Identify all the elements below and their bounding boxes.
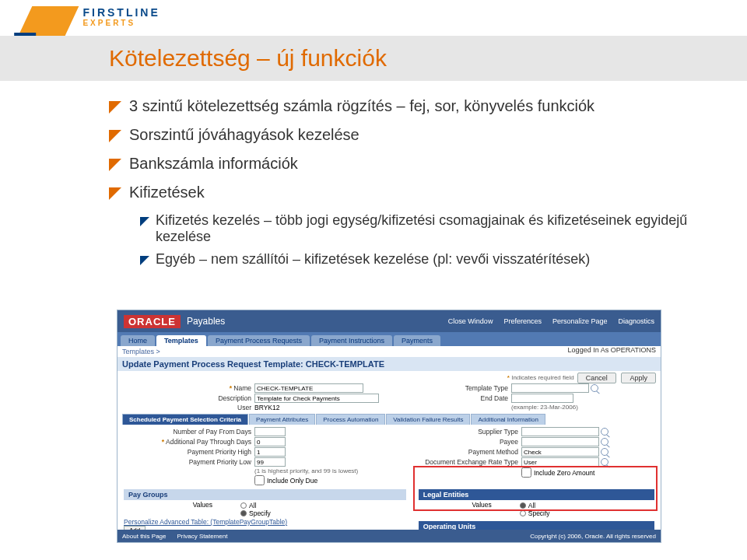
label-priority-high: Payment Priority High bbox=[122, 448, 254, 456]
input-description[interactable] bbox=[254, 394, 379, 403]
input-payee[interactable] bbox=[521, 437, 599, 446]
search-icon[interactable] bbox=[601, 458, 608, 466]
search-icon[interactable] bbox=[601, 448, 608, 456]
search-icon[interactable] bbox=[601, 438, 608, 446]
bullet-text: Bankszámla információk bbox=[129, 155, 298, 173]
logo-subtext: EXPERTS bbox=[82, 19, 160, 27]
page-title: Kötelezettség – új funkciók bbox=[109, 36, 724, 81]
bullet-text: 3 szintű kötelezettség számla rögzítés –… bbox=[129, 97, 594, 115]
input-payment-method[interactable] bbox=[521, 447, 599, 457]
label-description: Description bbox=[122, 394, 254, 402]
subtab-validation-failure[interactable]: Validation Failure Results bbox=[386, 414, 470, 425]
subtab-payment-attributes[interactable]: Payment Attributes bbox=[249, 414, 315, 425]
label-end-date: End Date bbox=[379, 394, 511, 402]
embedded-oracle-screenshot: ORACLE Payables Close Window Preferences… bbox=[117, 310, 661, 543]
bullet-icon bbox=[109, 101, 121, 114]
footer-about[interactable]: About this Page bbox=[122, 533, 166, 540]
radio-specify[interactable] bbox=[520, 542, 526, 543]
radio-all[interactable] bbox=[240, 502, 247, 509]
label-include-only-due: Include Only Due bbox=[267, 477, 317, 485]
radio-specify[interactable] bbox=[520, 510, 526, 516]
sub-bullet-text: Egyéb – nem szállítói – kifizetések keze… bbox=[156, 251, 590, 268]
tab-payment-instructions[interactable]: Payment Instructions bbox=[311, 335, 392, 346]
search-icon[interactable] bbox=[591, 384, 598, 392]
label-pay-from-days: Number of Pay From Days bbox=[122, 428, 254, 436]
oracle-module: Payables bbox=[187, 316, 225, 327]
bullet-icon bbox=[109, 187, 121, 200]
subtab-selection-criteria[interactable]: Scheduled Payment Selection Criteria bbox=[122, 414, 248, 425]
oracle-header-bar: ORACLE Payables Close Window Preferences… bbox=[117, 310, 661, 332]
label-template-type: Template Type bbox=[379, 384, 511, 392]
input-name[interactable] bbox=[254, 383, 363, 393]
label-user: User bbox=[122, 404, 254, 411]
label-pay-through-days: Additional Pay Through Days bbox=[166, 438, 251, 446]
label-include-zero: Include Zero Amount bbox=[534, 469, 594, 477]
search-icon[interactable] bbox=[601, 428, 608, 436]
label-values: Values bbox=[419, 501, 496, 518]
input-priority-high[interactable] bbox=[254, 447, 286, 457]
link-close-window[interactable]: Close Window bbox=[448, 317, 493, 325]
oracle-logo: ORACLE bbox=[124, 315, 181, 328]
radio-all-label: All bbox=[249, 502, 256, 509]
input-priority-low[interactable] bbox=[254, 457, 286, 467]
logo-text-line1: FIRST bbox=[82, 6, 125, 19]
input-pay-through-days[interactable] bbox=[254, 437, 286, 446]
page-heading: Update Payment Process Request Template:… bbox=[117, 357, 661, 371]
tab-payment-process-requests[interactable]: Payment Process Requests bbox=[208, 335, 310, 346]
radio-all[interactable] bbox=[520, 502, 526, 509]
subtab-process-automation[interactable]: Process Automation bbox=[316, 414, 385, 425]
sub-bullet-icon bbox=[140, 256, 149, 265]
tab-templates[interactable]: Templates bbox=[156, 335, 206, 346]
oracle-footer: About this Page Privacy Statement Copyri… bbox=[117, 530, 661, 542]
logo-text-line2: LINE bbox=[126, 6, 160, 19]
checkbox-include-only-due[interactable] bbox=[254, 475, 265, 485]
sub-bullet-text: Kifizetés kezelés – több jogi egység/kif… bbox=[156, 212, 716, 245]
input-end-date[interactable] bbox=[511, 394, 573, 403]
oracle-main-tabs: Home Templates Payment Process Requests … bbox=[117, 332, 661, 346]
body-content: 3 szintű kötelezettség számla rögzítés –… bbox=[109, 97, 716, 274]
footer-copyright: Copyright (c) 2006, Oracle. All rights r… bbox=[530, 533, 656, 540]
example-date: (example: 23-Mar-2006) bbox=[511, 404, 578, 411]
tab-payments[interactable]: Payments bbox=[394, 335, 440, 346]
subtab-additional-info[interactable]: Additional Information bbox=[471, 414, 545, 425]
section-pay-groups: Pay Groups bbox=[124, 489, 406, 500]
bullet-text: Kifizetések bbox=[129, 184, 205, 201]
radio-specify-label: Specify bbox=[528, 509, 550, 517]
oracle-sub-tabs: Scheduled Payment Selection Criteria Pay… bbox=[122, 414, 656, 425]
link-diagnostics[interactable]: Diagnostics bbox=[618, 317, 654, 325]
footer-privacy[interactable]: Privacy Statement bbox=[177, 533, 227, 540]
input-pay-from-days[interactable] bbox=[254, 427, 286, 436]
bullet-text: Sorszintű jóváhagyások kezelése bbox=[129, 126, 359, 144]
input-der-type[interactable] bbox=[521, 457, 599, 467]
label-payee: Payee bbox=[389, 438, 521, 446]
priority-note: (1 is highest priority, and 99 is lowest… bbox=[254, 467, 358, 474]
logo-mark bbox=[18, 6, 79, 37]
input-supplier-type[interactable] bbox=[521, 427, 599, 436]
required-note: Indicates required field bbox=[511, 374, 574, 381]
label-der-type: Document Exchange Rate Type bbox=[389, 458, 521, 466]
cancel-button[interactable]: Cancel bbox=[577, 373, 616, 383]
label-priority-low: Payment Priority Low bbox=[122, 458, 254, 466]
link-preferences[interactable]: Preferences bbox=[503, 317, 542, 325]
radio-all-label: All bbox=[528, 502, 535, 509]
input-template-type[interactable] bbox=[511, 383, 589, 393]
value-user: BRYK12 bbox=[254, 404, 279, 411]
link-personalize-table[interactable]: Personalize Advanced Table: (TemplatePay… bbox=[124, 518, 287, 526]
label-payment-method: Payment Method bbox=[389, 448, 521, 456]
section-legal-entities: Legal Entities bbox=[419, 489, 654, 500]
link-personalize-page[interactable]: Personalize Page bbox=[552, 317, 608, 325]
sub-bullet-icon bbox=[140, 217, 149, 226]
bullet-icon bbox=[109, 130, 121, 142]
label-values: Values bbox=[124, 501, 217, 518]
tab-home[interactable]: Home bbox=[121, 335, 155, 346]
radio-specify[interactable] bbox=[240, 510, 247, 516]
checkbox-include-zero[interactable] bbox=[521, 467, 531, 478]
label-supplier-type: Supplier Type bbox=[389, 428, 521, 436]
bullet-icon bbox=[109, 159, 121, 171]
radio-specify-label: Specify bbox=[249, 509, 271, 517]
logged-in-label: Logged In As OPERATIONS bbox=[568, 346, 661, 354]
apply-button[interactable]: Apply bbox=[621, 373, 656, 383]
label-name: Name bbox=[233, 384, 251, 392]
